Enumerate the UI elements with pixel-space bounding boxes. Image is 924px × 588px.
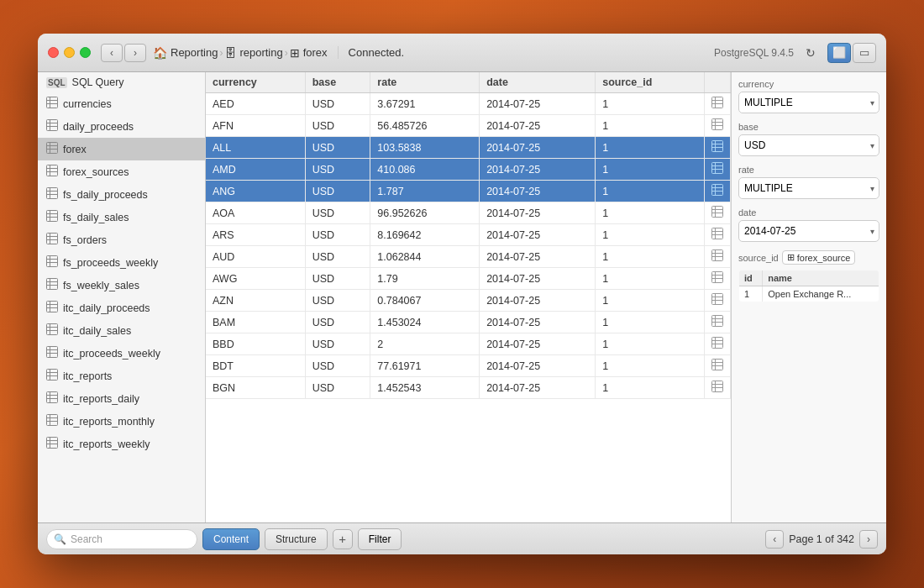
table-row[interactable]: BBDUSD22014-07-251 (206, 333, 731, 355)
tab-structure[interactable]: Structure (265, 528, 328, 550)
minimize-button[interactable] (64, 47, 75, 58)
tab-content-label: Content (213, 533, 249, 545)
cell-base: USD (305, 137, 370, 159)
cell-source_id: 1 (596, 312, 705, 333)
refresh-button[interactable]: ↻ (801, 43, 821, 63)
date-filter-wrapper: 2014-07-25 (738, 220, 879, 242)
table-row[interactable]: BAMUSD1.4530242014-07-251 (206, 312, 731, 333)
sidebar-item-itc_daily_proceeds[interactable]: itc_daily_proceeds (38, 297, 205, 319)
view-full-button[interactable]: ▭ (853, 43, 876, 63)
sidebar-item-icon: SQL (46, 77, 67, 88)
cell-icon[interactable] (705, 224, 731, 246)
sidebar-item-fs_weekly_sales[interactable]: fs_weekly_sales (38, 274, 205, 297)
sidebar-item-forex_sources[interactable]: forex_sources (38, 160, 205, 183)
sidebar-item-label: itc_reports_weekly (63, 438, 150, 450)
table-row[interactable]: ALLUSD103.58382014-07-251 (206, 137, 731, 159)
sidebar-item-forex[interactable]: forex (38, 138, 205, 160)
cell-icon[interactable] (705, 159, 731, 181)
breadcrumb: 🏠 Reporting › 🗄 reporting › ⊞ forex Conn… (153, 46, 707, 60)
sidebar-item-itc_reports[interactable]: itc_reports (38, 365, 205, 387)
currency-filter-select[interactable]: MULTIPLE (738, 92, 879, 113)
search-box[interactable]: 🔍 Search (46, 529, 197, 549)
rate-filter-select[interactable]: MULTIPLE (738, 177, 879, 199)
cell-icon[interactable] (705, 202, 731, 224)
forward-button[interactable]: › (124, 44, 146, 62)
sidebar-item-fs_daily_proceeds[interactable]: fs_daily_proceeds (38, 183, 205, 206)
sidebar-item-itc_reports_monthly[interactable]: itc_reports_monthly (38, 410, 205, 433)
source-table-chip[interactable]: ⊞ forex_source (782, 250, 856, 265)
sidebar-item-itc_daily_sales[interactable]: itc_daily_sales (38, 319, 205, 342)
source-table-chip-label: forex_source (797, 253, 851, 263)
cell-icon[interactable] (705, 93, 731, 115)
mini-table-row: 1Open Exchange R... (739, 286, 879, 302)
cell-rate: 0.784067 (370, 290, 480, 312)
sidebar-item-fs_orders[interactable]: fs_orders (38, 228, 205, 251)
sidebar-item-SQL Query[interactable]: SQLSQL Query (38, 72, 205, 92)
cell-rate: 8.169642 (370, 224, 480, 246)
breadcrumb-table[interactable]: ⊞ forex (290, 46, 328, 60)
col-rate[interactable]: rate (370, 72, 480, 93)
col-source-id[interactable]: source_id (596, 72, 705, 93)
table-row[interactable]: AMDUSD410.0862014-07-251 (206, 159, 731, 181)
sidebar-item-currencies[interactable]: currencies (38, 92, 205, 115)
cell-source_id: 1 (596, 224, 705, 246)
cell-icon[interactable] (705, 333, 731, 355)
cell-rate: 1.787 (370, 181, 480, 202)
sidebar-item-itc_proceeds_weekly[interactable]: itc_proceeds_weekly (38, 342, 205, 365)
breadcrumb-db[interactable]: 🗄 reporting (224, 46, 282, 60)
cell-icon[interactable] (705, 268, 731, 290)
view-sidebar-button[interactable]: ⬜ (827, 43, 851, 63)
sidebar-item-fs_proceeds_weekly[interactable]: fs_proceeds_weekly (38, 251, 205, 274)
cell-icon[interactable] (705, 181, 731, 202)
cell-icon[interactable] (705, 377, 731, 399)
table-row[interactable]: ANGUSD1.7872014-07-251 (206, 181, 731, 202)
sidebar-item-itc_reports_weekly[interactable]: itc_reports_weekly (38, 433, 205, 455)
table-row[interactable]: AOAUSD96.9526262014-07-251 (206, 202, 731, 224)
cell-icon[interactable] (705, 137, 731, 159)
cell-date: 2014-07-25 (480, 137, 596, 159)
table-row[interactable]: AEDUSD3.672912014-07-251 (206, 93, 731, 115)
table-row[interactable]: AUDUSD1.0628442014-07-251 (206, 246, 731, 268)
next-page-button[interactable]: › (859, 530, 878, 549)
col-base[interactable]: base (305, 72, 370, 93)
cell-base: USD (305, 93, 370, 115)
cell-currency: ALL (206, 137, 305, 159)
sidebar-item-icon (46, 233, 58, 247)
add-button[interactable]: + (333, 529, 353, 549)
svg-rect-112 (712, 360, 723, 370)
cell-icon[interactable] (705, 115, 731, 137)
tab-content[interactable]: Content (202, 528, 260, 550)
cell-icon[interactable] (705, 312, 731, 333)
source-id-row: source_id ⊞ forex_source (738, 250, 879, 265)
cell-icon[interactable] (705, 290, 731, 312)
table-area[interactable]: currency base rate date source_id AEDUSD… (206, 72, 731, 522)
table-row[interactable]: BDTUSD77.619712014-07-251 (206, 355, 731, 377)
svg-rect-96 (712, 272, 723, 283)
cell-base: USD (305, 268, 370, 290)
cell-date: 2014-07-25 (480, 377, 596, 399)
table-row[interactable]: BGNUSD1.4525432014-07-251 (206, 377, 731, 399)
cell-icon[interactable] (705, 355, 731, 377)
col-date[interactable]: date (480, 72, 596, 93)
maximize-button[interactable] (80, 47, 91, 58)
prev-page-button[interactable]: ‹ (765, 530, 784, 549)
svg-rect-0 (47, 97, 58, 108)
back-button[interactable]: ‹ (101, 44, 123, 62)
table-row[interactable]: ARSUSD8.1696422014-07-251 (206, 224, 731, 246)
sidebar-item-fs_daily_sales[interactable]: fs_daily_sales (38, 206, 205, 228)
cell-base: USD (305, 312, 370, 333)
cell-icon[interactable] (705, 246, 731, 268)
table-row[interactable]: AFNUSD56.4857262014-07-251 (206, 115, 731, 137)
svg-rect-80 (712, 185, 723, 196)
filter-button[interactable]: Filter (358, 528, 402, 550)
date-filter-select[interactable]: 2014-07-25 (738, 220, 879, 242)
base-filter-select[interactable]: USD (738, 134, 879, 156)
sidebar-item-itc_reports_daily[interactable]: itc_reports_daily (38, 387, 205, 410)
sidebar-item-daily_proceeds[interactable]: daily_proceeds (38, 115, 205, 138)
close-button[interactable] (48, 47, 59, 58)
table-row[interactable]: AWGUSD1.792014-07-251 (206, 268, 731, 290)
col-currency[interactable]: currency (206, 72, 305, 93)
source-table-chip-icon: ⊞ (787, 252, 795, 263)
table-row[interactable]: AZNUSD0.7840672014-07-251 (206, 290, 731, 312)
breadcrumb-reporting[interactable]: 🏠 Reporting (153, 46, 218, 60)
